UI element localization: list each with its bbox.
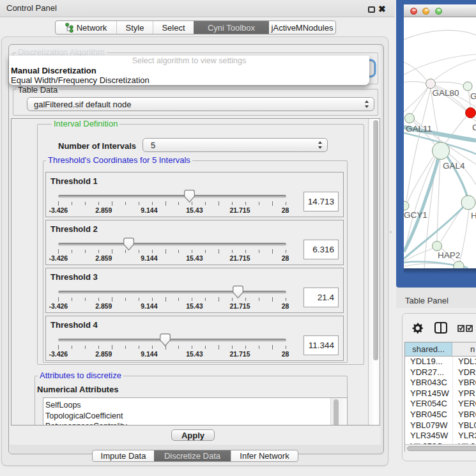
threshold-value-field[interactable]: 11.344 [303, 335, 339, 355]
slider-tick [72, 346, 72, 349]
table-data-combobox[interactable]: galFiltered.sif default node [27, 97, 374, 111]
float-window-icon[interactable] [368, 6, 375, 13]
network-node-gal80[interactable] [426, 79, 436, 89]
network-edge[interactable] [404, 54, 476, 75]
splitpane-handle[interactable]: › [390, 229, 392, 235]
slider-thumb[interactable] [184, 190, 195, 203]
list-scrollbar-track[interactable] [330, 398, 347, 426]
network-window-titlebar[interactable] [404, 4, 476, 17]
slider-track[interactable] [58, 243, 286, 247]
network-edge[interactable] [408, 156, 434, 202]
network-edge[interactable] [404, 30, 476, 40]
tab-impute-data[interactable]: Impute Data [93, 450, 154, 461]
slider-thumb[interactable] [160, 334, 171, 346]
network-node-c[interactable] [466, 108, 476, 118]
attribute-list-item[interactable]: BetweennessCentrality [43, 421, 347, 426]
slider-tick-label: 2.859 [88, 350, 119, 358]
slider-tick [112, 345, 112, 349]
slider-tick-label: 2.859 [88, 206, 119, 214]
network-edge[interactable] [404, 62, 427, 81]
column-header-shared[interactable]: shared... [405, 342, 452, 356]
slider-tick [58, 249, 59, 254]
split-columns-icon[interactable] [434, 322, 447, 334]
numerical-attributes-list[interactable]: SelfLoopsTopologicalCoefficientBetweenne… [43, 397, 348, 426]
threshold-value-field[interactable]: 6.316 [303, 240, 339, 259]
tab-network[interactable]: Network [56, 21, 116, 34]
list-scrollbar-thumb[interactable] [334, 399, 339, 426]
zoom-traffic-light[interactable] [435, 8, 442, 15]
tab-discretize-data[interactable]: Discretize Data [154, 450, 231, 461]
scrollbar-track[interactable] [368, 119, 380, 425]
network-node-h[interactable] [461, 196, 475, 210]
table-row[interactable]: YLR345WYLR3 [405, 431, 476, 441]
tab-style[interactable]: Style [116, 21, 153, 34]
slider-tick-label: 15.43 [178, 302, 210, 310]
slider-tick [192, 298, 192, 302]
close-traffic-light[interactable] [410, 8, 417, 15]
slider-tick [139, 298, 139, 302]
slider-thumb[interactable] [233, 286, 243, 298]
slider-track[interactable] [58, 339, 286, 342]
network-node-gcy1[interactable] [404, 201, 409, 210]
tab-jactivemnodules[interactable]: jActiveMNodules [269, 21, 335, 34]
close-icon[interactable]: ✖ [378, 4, 386, 14]
slider-tick [165, 297, 166, 302]
threshold-value-field[interactable]: 14.713 [303, 192, 339, 211]
scrollbar-thumb[interactable] [373, 120, 379, 360]
network-node-gal11[interactable] [405, 114, 415, 123]
slider-tick [125, 346, 126, 349]
slider-tick [58, 297, 59, 302]
slider-tick [219, 297, 219, 302]
intervals-combobox[interactable]: 5 [142, 138, 328, 152]
slider-tick [205, 346, 206, 349]
slider-track[interactable] [58, 291, 286, 295]
network-node-hap2[interactable] [433, 242, 442, 251]
slider-tick [192, 250, 192, 254]
group-title: Table Data [16, 86, 59, 95]
table-row[interactable]: YBL079WYBL0 [405, 420, 476, 431]
threshold-box-2: Threshold 2-3.4262.8599.14415.4321.71528… [45, 220, 344, 265]
table-row[interactable]: YDL19...YDL1 [405, 357, 476, 367]
network-edge[interactable] [404, 82, 426, 83]
table-row[interactable]: YBR045CYBR0 [405, 410, 476, 420]
minimize-traffic-light[interactable] [422, 8, 429, 15]
dropdown-item-manual[interactable]: Manual Discretization [11, 66, 96, 75]
select-columns-icon[interactable] [457, 325, 473, 332]
network-edge[interactable] [435, 82, 463, 85]
table-row[interactable]: YPR145WYPR1 [405, 388, 476, 399]
attribute-list-item[interactable]: TopologicalCoefficient [43, 411, 347, 422]
table-row[interactable]: YDR27...YDR2 [405, 367, 476, 378]
dropdown-item-equal-width[interactable]: Equal Width/Frequency Discretization [11, 75, 150, 85]
table-hscrollbar-track[interactable] [404, 444, 476, 452]
slider-tick-label: 21.715 [224, 254, 256, 262]
network-edge[interactable] [460, 210, 469, 261]
threshold-value-field[interactable]: 21.4 [303, 288, 339, 307]
slider-tick [98, 298, 99, 302]
table-row[interactable]: YER054CYER0 [405, 399, 476, 410]
network-node[interactable] [454, 261, 464, 268]
tab-select[interactable]: Select [153, 21, 194, 34]
slider-thumb[interactable] [123, 238, 134, 250]
algorithm-dropdown-popup: Select algorithm to view settings Manual… [9, 56, 369, 85]
table-row[interactable]: YBR043CYBR0 [405, 378, 476, 388]
apply-button[interactable]: Apply [171, 429, 215, 441]
threshold-box-4: Threshold 4-3.4262.8599.14415.4321.71528… [45, 316, 344, 361]
network-node-gal4[interactable] [433, 142, 450, 160]
attribute-list-item[interactable]: SelfLoops [43, 400, 347, 411]
network-edge[interactable] [471, 118, 476, 121]
slider-tick [205, 250, 206, 254]
slider-tick [125, 298, 126, 302]
table-hscrollbar-thumb[interactable] [407, 446, 476, 451]
network-node-ga[interactable] [463, 82, 472, 91]
slider-tick-label: 9.144 [133, 350, 165, 358]
tab-cyni-toolbox[interactable]: Cyni Toolbox [194, 21, 269, 34]
tab-infer-network[interactable]: Infer Network [231, 450, 298, 461]
network-node-label: HAP2 [438, 250, 460, 260]
column-header-name[interactable]: n [452, 342, 476, 356]
network-canvas[interactable]: GAL80GACGAL11GAL4GCY1HHAP2 [404, 17, 476, 268]
network-edge[interactable] [434, 59, 476, 80]
slider-track[interactable] [58, 195, 286, 199]
slider-tick-label: 28 [270, 254, 302, 262]
interval-definition-group: Interval Definition Number of Intervals … [37, 124, 364, 365]
gear-icon[interactable] [412, 323, 423, 334]
